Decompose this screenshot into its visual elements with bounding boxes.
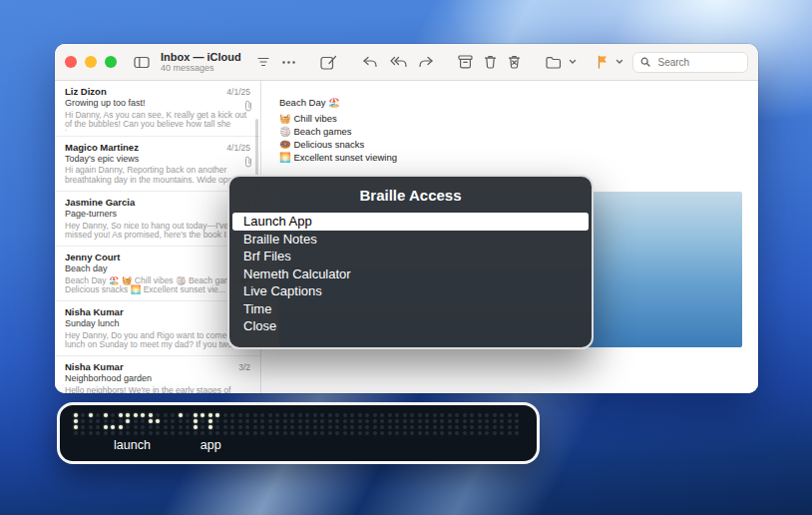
braille-access-panel: Braille Access Launch App Braille Notes …	[227, 175, 594, 349]
braille-cell	[89, 413, 100, 435]
compose-icon[interactable]	[318, 53, 339, 72]
braille-word-labels: launch app	[74, 438, 537, 452]
list-item[interactable]: Liz Dizon 4/1/25 Growing up too fast! Hi…	[55, 81, 260, 137]
message-subject: Today's epic views	[65, 154, 250, 165]
folder-icon[interactable]	[544, 54, 564, 71]
close-button[interactable]	[65, 56, 77, 68]
message-sender: Jenny Court	[65, 252, 120, 262]
menu-item-brf-files[interactable]: Brf Files	[232, 248, 589, 265]
window-title: Inbox — iCloud	[161, 51, 241, 64]
message-preview: Hello neighbors! We're in the early stag…	[65, 386, 250, 393]
message-body-line: Beach Day 🏖️	[279, 96, 742, 109]
braille-cell	[298, 413, 309, 435]
junk-icon[interactable]	[506, 53, 523, 71]
braille-cell	[238, 413, 249, 435]
braille-access-title: Braille Access	[232, 187, 589, 204]
menu-item-close[interactable]: Close	[232, 317, 589, 335]
message-preview: Hi again Danny, Reporting back on anothe…	[65, 166, 250, 186]
attachment-icon	[244, 98, 252, 116]
braille-display-bar: launch app	[57, 402, 540, 464]
message-date: 4/1/25	[226, 87, 250, 97]
list-item[interactable]: Nisha Kumar 3/2 Neighborhood garden Hell…	[55, 356, 260, 393]
message-date: 3/2	[238, 362, 250, 372]
message-preview: Hi Danny, As you can see, K really get a…	[65, 111, 250, 131]
reply-icon[interactable]	[360, 54, 380, 70]
braille-cell	[448, 413, 459, 435]
braille-cell	[223, 413, 234, 435]
menu-item-nemeth-calculator[interactable]: Nemeth Calculator	[232, 265, 589, 283]
message-subject: Sunday lunch	[65, 318, 250, 329]
braille-cell	[179, 413, 190, 435]
braille-cell	[418, 413, 429, 435]
message-body-line: 🧺 Chill vibes	[279, 112, 742, 125]
braille-cell	[433, 413, 444, 435]
braille-cell	[343, 413, 354, 435]
braille-cell	[328, 413, 339, 435]
message-body-line: 🏐 Beach games	[279, 125, 742, 138]
braille-cell	[508, 413, 519, 435]
braille-cell	[104, 413, 115, 435]
search-icon	[640, 53, 650, 71]
braille-cell	[149, 413, 160, 435]
menu-item-braille-notes[interactable]: Braille Notes	[232, 231, 589, 249]
braille-cell	[119, 413, 130, 435]
search-input[interactable]	[655, 56, 740, 69]
message-sender: Magico Martinez	[65, 142, 139, 153]
message-body-line: 🍩 Delicious snacks	[279, 138, 742, 151]
window-controls	[65, 56, 117, 68]
braille-cell	[478, 413, 489, 435]
sidebar-toggle-icon[interactable]	[132, 54, 152, 71]
braille-cell	[403, 413, 414, 435]
braille-cell	[283, 413, 294, 435]
braille-cell	[268, 413, 279, 435]
minimize-button[interactable]	[85, 56, 97, 68]
message-subject: Growing up too fast!	[65, 98, 250, 109]
braille-cell	[134, 413, 145, 435]
more-icon[interactable]	[279, 58, 298, 67]
message-preview: Hey Danny, So nice to hang out today—I'v…	[65, 222, 250, 242]
menu-item-live-captions[interactable]: Live Captions	[232, 282, 589, 300]
braille-cell	[313, 413, 324, 435]
chevron-down-icon[interactable]	[567, 57, 579, 67]
braille-word-label: app	[201, 438, 221, 452]
menu-item-time[interactable]: Time	[232, 300, 589, 318]
braille-cell	[253, 413, 264, 435]
chevron-down-icon[interactable]	[613, 57, 625, 67]
braille-cell	[208, 413, 219, 435]
attachment-icon	[244, 154, 252, 172]
flag-icon[interactable]	[595, 53, 610, 71]
braille-word-label: launch	[114, 438, 151, 452]
mail-toolbar: Inbox — iCloud 40 messages	[55, 44, 758, 81]
message-sender: Liz Dizon	[65, 86, 107, 97]
search-field[interactable]	[632, 52, 748, 73]
braille-cell	[373, 413, 384, 435]
message-preview: Beach Day 🏖️ 🧺 Chill vibes 🏐 Beach game …	[65, 276, 250, 296]
braille-cell	[388, 413, 399, 435]
message-sender: Jasmine Garcia	[65, 197, 135, 208]
message-sender: Nisha Kumar	[65, 306, 124, 317]
reply-all-icon[interactable]	[387, 54, 409, 70]
message-count: 40 messages	[161, 63, 241, 73]
menu-item-launch-app[interactable]: Launch App	[232, 213, 589, 231]
braille-cell	[493, 413, 504, 435]
forward-icon[interactable]	[416, 54, 436, 70]
message-subject: Neighborhood garden	[65, 373, 250, 384]
braille-cell	[358, 413, 369, 435]
message-subject: Page-turners	[65, 209, 250, 220]
window-title-block: Inbox — iCloud 40 messages	[161, 51, 241, 74]
message-preview: Hey Danny, Do you and Rigo want to come …	[65, 331, 250, 351]
message-sender: Nisha Kumar	[65, 361, 124, 372]
message-body-line: 🌅 Excellent sunset viewing	[279, 151, 742, 164]
zoom-button[interactable]	[105, 56, 117, 68]
braille-cells	[74, 413, 537, 435]
braille-cell	[74, 413, 85, 435]
archive-icon[interactable]	[456, 53, 475, 71]
message-date: 4/1/25	[226, 143, 250, 153]
filter-icon[interactable]	[254, 54, 272, 70]
message-subject: Beach day	[65, 263, 250, 274]
trash-icon[interactable]	[482, 53, 499, 71]
braille-cell	[194, 413, 204, 435]
braille-cell	[164, 413, 175, 435]
braille-cell	[463, 413, 474, 435]
